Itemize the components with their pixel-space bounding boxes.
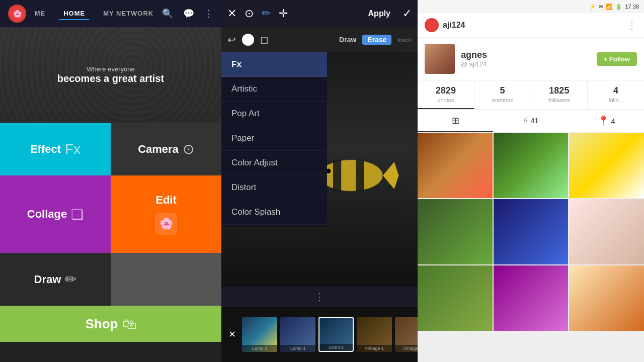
profile-handle: @ aji124 <box>461 60 487 68</box>
camera-icon: ⊙ <box>183 141 194 157</box>
stat-photos[interactable]: 2829 photos <box>418 80 474 109</box>
svg-rect-3 <box>356 159 364 191</box>
tab-tags[interactable]: # 41 <box>493 110 569 132</box>
photo-edit-area: Fx Artistic Pop Art Paper Color Adjust D… <box>221 52 418 287</box>
nav-tabs: ME HOME MY NETWORK <box>26 8 162 20</box>
profile-menu-icon[interactable]: ⋮ <box>627 19 637 31</box>
filter-lomo3[interactable]: Lomo 3 <box>242 317 277 352</box>
fx-item-fx[interactable]: Fx <box>221 52 327 77</box>
fx-item-distort[interactable]: Distort <box>221 175 327 200</box>
places-count: 4 <box>611 117 615 125</box>
signal-icon: 📶 <box>606 4 613 10</box>
fx-item-paper[interactable]: Paper <box>221 126 327 151</box>
battery-icon: 🔋 <box>615 4 622 10</box>
grid-photo-9[interactable] <box>569 265 644 331</box>
undo-icon[interactable]: ↩ <box>227 34 236 46</box>
draw-button[interactable]: Draw ✏ <box>0 253 111 306</box>
stat-following[interactable]: 4 follo... <box>588 80 644 109</box>
apply-button[interactable]: Apply <box>364 7 394 20</box>
camera-button[interactable]: Camera ⊙ <box>111 123 221 175</box>
erase-mode-button[interactable]: Erase <box>362 35 391 45</box>
profile-tabs: ⊞ # 41 📍 4 <box>418 110 644 133</box>
filter-vintage1[interactable]: Vintage 1 <box>357 317 392 352</box>
left-panel: 🌸 ME HOME MY NETWORK 🔍 💬 ⋮ Where everyon… <box>0 0 221 362</box>
app-logo-small <box>425 18 439 32</box>
camera-tool-icon[interactable]: ⊙ <box>245 7 254 20</box>
app-logo: 🌸 <box>8 5 26 23</box>
tab-me[interactable]: ME <box>31 8 50 20</box>
hash-icon: # <box>523 115 528 125</box>
grid-photo-7[interactable] <box>418 265 493 331</box>
fx-item-colorsplash[interactable]: Color Splash <box>221 200 327 225</box>
menu-icon[interactable]: ⋮ <box>204 8 213 19</box>
photos-count: 2829 <box>420 85 472 96</box>
membox-label: membox <box>476 97 529 103</box>
tab-home[interactable]: HOME <box>59 8 89 20</box>
close-icon[interactable]: ✕ <box>227 7 236 20</box>
middle-panel: ✕ ⊙ ✏ ✛ Apply ✓ ↩ ◻ Draw Erase Invert <box>221 0 418 362</box>
grid-photo-3[interactable] <box>569 133 644 198</box>
draw-mode-button[interactable]: Draw <box>339 36 356 44</box>
following-count: 4 <box>590 85 642 96</box>
svg-rect-2 <box>333 159 341 191</box>
envelope-icon: ✉ <box>599 4 603 10</box>
tab-grid[interactable]: ⊞ <box>418 110 493 132</box>
edit-button[interactable]: Edit 🌸 <box>111 175 221 253</box>
profile-header: aji124 ⋮ <box>418 13 644 38</box>
confirm-icon[interactable]: ✓ <box>403 7 412 20</box>
tab-mynetwork[interactable]: MY NETWORK <box>99 8 157 20</box>
svg-marker-4 <box>383 162 399 189</box>
filter-lomo3-label: Lomo 3 <box>242 345 277 352</box>
filter-lomo5-label: Lomo 5 <box>319 344 353 351</box>
status-icons: ⚡ ✉ 📶 🔋 17:38 <box>589 4 639 10</box>
followers-label: followers <box>533 97 586 103</box>
status-bar: ⚡ ✉ 📶 🔋 17:38 <box>418 0 644 13</box>
fx-item-artistic[interactable]: Artistic <box>221 77 327 102</box>
tab-places[interactable]: 📍 4 <box>569 110 644 132</box>
invert-label: Invert <box>397 37 412 43</box>
grid-photo-4[interactable] <box>418 199 493 264</box>
photos-label: photos <box>420 97 472 103</box>
follow-button[interactable]: + Follow <box>597 52 637 66</box>
fx-item-popart[interactable]: Pop Art <box>221 102 327 126</box>
shop-button[interactable]: Shop 🛍 <box>0 306 221 342</box>
stats-bar: 2829 photos 5 membox 1825 followers 4 fo… <box>418 80 644 110</box>
following-label: follo... <box>590 97 642 103</box>
nav-icons: 🔍 💬 ⋮ <box>162 8 213 19</box>
effect-icon: Fx <box>65 141 80 157</box>
brush-size-button[interactable] <box>242 34 254 46</box>
filter-vintage1-label: Vintage 1 <box>357 345 392 352</box>
grid-photo-1[interactable] <box>418 133 493 198</box>
filter-lomo5[interactable]: Lomo 5 <box>318 317 354 352</box>
grid-photo-8[interactable] <box>494 265 569 331</box>
editor-toolbar: ✕ ⊙ ✏ ✛ Apply ✓ <box>221 0 418 27</box>
membox-count: 5 <box>476 85 529 96</box>
erase-shape-icon[interactable]: ◻ <box>260 34 269 46</box>
fx-item-corrections[interactable]: Corrections <box>221 225 327 226</box>
filter-lomo4-label: Lomo 4 <box>280 345 315 352</box>
grid-photo-6[interactable] <box>569 199 644 264</box>
filter-lomo4[interactable]: Lomo 4 <box>280 317 315 352</box>
grid-photo-5[interactable] <box>494 199 569 264</box>
fx-menu: Fx Artistic Pop Art Paper Color Adjust D… <box>221 52 327 226</box>
filter-strip: ✕ Lomo 3 Lomo 4 Lomo 5 Vintage 1 Vintage… <box>221 307 418 362</box>
location-icon: 📍 <box>598 116 609 126</box>
grid-photo-2[interactable] <box>494 133 569 198</box>
usb-icon: ⚡ <box>589 4 596 10</box>
search-icon[interactable]: 🔍 <box>162 8 173 19</box>
stat-membox[interactable]: 5 membox <box>474 80 531 109</box>
close-strip-button[interactable]: ✕ <box>225 326 239 343</box>
move-tool-icon[interactable]: ✛ <box>279 7 288 20</box>
stat-followers[interactable]: 1825 followers <box>531 80 588 109</box>
main-button-grid: Effect Fx Camera ⊙ Collage ❏ Edit 🌸 Draw… <box>0 123 221 362</box>
pen-tool-icon[interactable]: ✏ <box>262 7 271 20</box>
photo-grid <box>418 133 644 362</box>
profile-name-area: agnes @ aji124 <box>461 50 487 68</box>
profile-info: agnes @ aji124 + Follow <box>418 38 644 80</box>
collage-button[interactable]: Collage ❏ <box>0 175 111 253</box>
effect-button[interactable]: Effect Fx <box>0 123 111 175</box>
draw-toolbar: ↩ ◻ Draw Erase Invert <box>221 27 418 52</box>
clock: 17:38 <box>625 4 639 10</box>
fx-item-coloradjust[interactable]: Color Adjust <box>221 151 327 175</box>
chat-icon[interactable]: 💬 <box>183 8 194 19</box>
